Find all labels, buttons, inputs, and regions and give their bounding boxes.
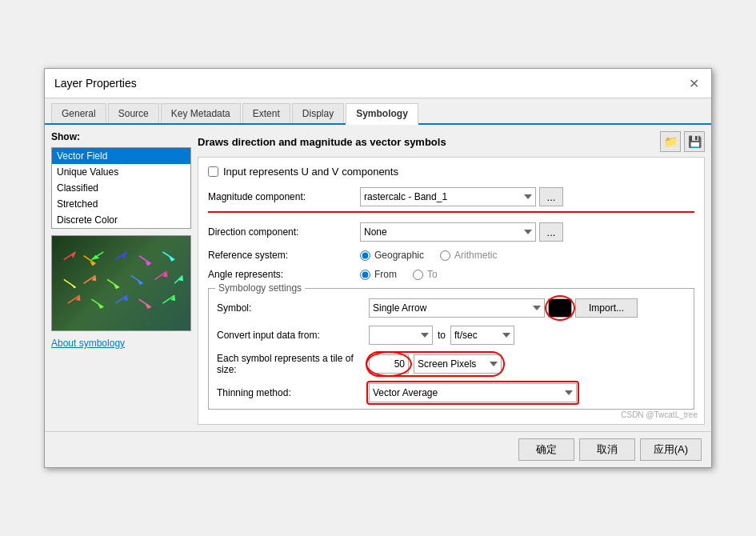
section-content: Symbol: Single Arrow xyxy=(217,298,686,402)
reference-radio-group: Geographic Arithmetic xyxy=(360,250,694,261)
angle-radio-group: From To xyxy=(360,269,694,280)
symbol-circle xyxy=(553,301,567,315)
symbol-preview[interactable] xyxy=(548,298,572,318)
thinning-controls: Vector Average xyxy=(369,383,686,402)
magnitude-select[interactable]: rastercalc - Band_1 xyxy=(360,187,536,206)
direction-select[interactable]: None xyxy=(360,222,536,242)
layer-properties-dialog: Layer Properties ✕ General Source Key Me… xyxy=(44,68,712,468)
tile-size-row: Each symbol represents a tile of size: 5… xyxy=(217,353,686,375)
geographic-label: Geographic xyxy=(374,250,424,261)
tab-general[interactable]: General xyxy=(51,103,106,123)
svg-line-18 xyxy=(131,275,143,283)
svg-line-16 xyxy=(107,279,119,287)
uv-checkbox-label: Input represents U and V components xyxy=(223,166,398,178)
list-item-classified[interactable]: Classified xyxy=(52,180,190,196)
dialog-title: Layer Properties xyxy=(54,77,137,90)
tab-display[interactable]: Display xyxy=(292,103,344,123)
convert-label: Convert input data from: xyxy=(217,330,369,341)
desc-icons: 📁 💾 xyxy=(660,131,705,152)
folder-icon-button[interactable]: 📁 xyxy=(660,131,681,152)
tab-symbology[interactable]: Symbology xyxy=(346,103,418,125)
settings-scroll-container[interactable]: Input represents U and V components Magn… xyxy=(198,157,705,425)
import-button[interactable]: Import... xyxy=(575,298,638,318)
about-symbology-link[interactable]: About symbology xyxy=(51,338,191,349)
watermark: CSDN @TwcatL_tree xyxy=(621,410,698,419)
tab-source[interactable]: Source xyxy=(108,103,159,123)
title-bar: Layer Properties ✕ xyxy=(45,69,711,98)
angle-from[interactable]: From xyxy=(360,269,397,280)
apply-button[interactable]: 应用(A) xyxy=(640,438,702,461)
convert-controls: to ft/sec xyxy=(369,326,686,345)
left-panel: Show: Vector Field Unique Values Classif… xyxy=(51,131,191,425)
tile-size-input[interactable]: 50 xyxy=(369,354,409,374)
thinning-wrapper: Vector Average xyxy=(369,383,577,402)
tab-extent[interactable]: Extent xyxy=(242,103,290,123)
direction-label: Direction component: xyxy=(208,226,360,238)
angle-to[interactable]: To xyxy=(413,269,438,280)
svg-line-26 xyxy=(91,299,103,307)
angle-label: Angle represents: xyxy=(208,269,360,280)
tile-unit-wrapper: Screen Pixels xyxy=(414,354,502,374)
magnitude-row: Magnitude component: rastercalc - Band_1… xyxy=(208,187,694,213)
list-item-vector-field[interactable]: Vector Field xyxy=(52,148,190,164)
cancel-button[interactable]: 取消 xyxy=(579,438,635,461)
thinning-label: Thinning method: xyxy=(217,387,369,398)
tile-label: Each symbol represents a tile of size: xyxy=(217,353,369,375)
symbol-controls: Single Arrow Import... xyxy=(369,298,686,318)
show-label: Show: xyxy=(51,131,191,142)
reference-geographic[interactable]: Geographic xyxy=(360,250,424,261)
uv-checkbox-row: Input represents U and V components xyxy=(208,166,694,178)
to-label: To xyxy=(427,269,438,280)
svg-line-30 xyxy=(139,299,151,307)
direction-controls: None ... xyxy=(360,222,694,242)
from-label: From xyxy=(374,269,397,280)
footer: 确定 取消 应用(A) xyxy=(45,431,711,467)
list-item-discrete-color[interactable]: Discrete Color xyxy=(52,212,190,228)
svg-line-10 xyxy=(162,252,174,260)
tile-unit-select[interactable]: Screen Pixels xyxy=(414,354,502,374)
thinning-select[interactable]: Vector Average xyxy=(369,383,577,402)
angle-row: Angle represents: From To xyxy=(208,269,694,280)
symbol-row: Symbol: Single Arrow xyxy=(217,298,686,318)
arrows-svg xyxy=(52,236,190,331)
svg-marker-13 xyxy=(70,283,76,288)
uv-checkbox[interactable] xyxy=(208,166,218,177)
folder-icon: 📁 xyxy=(664,135,678,148)
list-item-stretched[interactable]: Stretched xyxy=(52,196,190,212)
svg-marker-7 xyxy=(122,252,127,259)
save-icon-button[interactable]: 💾 xyxy=(684,131,705,152)
convert-from-select[interactable] xyxy=(369,326,433,345)
section-title: Symbology settings xyxy=(215,282,305,294)
tab-bar: General Source Key Metadata Extent Displ… xyxy=(45,98,711,125)
preview-thumbnail xyxy=(51,235,191,331)
symbol-preview-wrapper xyxy=(548,298,572,318)
magnitude-controls: rastercalc - Band_1 ... xyxy=(360,187,694,206)
to-text: to xyxy=(438,330,446,341)
reference-arithmetic[interactable]: Arithmetic xyxy=(440,250,497,261)
tab-key-metadata[interactable]: Key Metadata xyxy=(161,103,241,123)
tile-input-wrapper: 50 xyxy=(369,354,409,374)
svg-line-2 xyxy=(84,256,96,264)
direction-dots-button[interactable]: ... xyxy=(539,222,563,242)
thinning-row: Thinning method: Vector Average xyxy=(217,383,686,402)
magnitude-dots-button[interactable]: ... xyxy=(539,187,563,206)
description-bar: Draws direction and magnitude as vector … xyxy=(198,131,705,152)
symbology-settings-section: Symbology settings Symbol: Single Arrow xyxy=(208,288,694,410)
right-panel: Draws direction and magnitude as vector … xyxy=(198,131,705,425)
convert-row: Convert input data from: to ft/sec xyxy=(217,326,686,345)
list-item-unique-values[interactable]: Unique Values xyxy=(52,164,190,180)
symbol-select[interactable]: Single Arrow xyxy=(369,298,545,318)
convert-to-select[interactable]: ft/sec xyxy=(450,326,514,345)
close-button[interactable]: ✕ xyxy=(686,75,702,91)
description-text: Draws direction and magnitude as vector … xyxy=(198,136,446,148)
tile-controls: 50 Screen Pixels xyxy=(369,354,686,374)
save-icon: 💾 xyxy=(688,135,702,148)
reference-row: Reference system: Geographic Arithmetic xyxy=(208,250,694,261)
svg-line-8 xyxy=(139,256,151,264)
confirm-button[interactable]: 确定 xyxy=(518,438,574,461)
arithmetic-label: Arithmetic xyxy=(454,250,497,261)
main-content: Show: Vector Field Unique Values Classif… xyxy=(45,125,711,431)
reference-label: Reference system: xyxy=(208,250,360,261)
symbol-label: Symbol: xyxy=(217,302,369,314)
symbology-list: Vector Field Unique Values Classified St… xyxy=(51,147,191,229)
